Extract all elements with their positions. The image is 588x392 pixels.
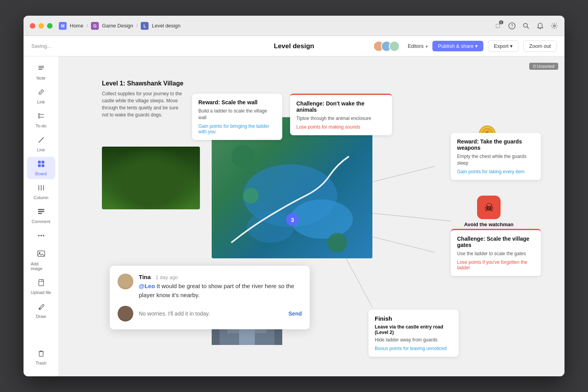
finish-card-body: Hide ladder away from guards (375, 337, 452, 343)
publish-share-button[interactable]: Publish & share ▾ (432, 41, 483, 51)
sidebar-item-comment[interactable]: Comment (27, 205, 55, 227)
comment-avatar (118, 274, 133, 289)
maximize-button[interactable] (47, 23, 53, 29)
challenge-card-2-body: Use the ladder to scale the gates (457, 250, 535, 257)
minimize-button[interactable] (38, 23, 44, 29)
sidebar-column-label: Column (34, 195, 49, 200)
sidebar-item-note[interactable]: Note (27, 61, 55, 83)
challenge-card-1-action: Lose points for making sounds (296, 124, 386, 130)
comment-time: 1 day ago (156, 274, 178, 280)
toolbar-right: Editors ▾ Publish & share ▾ Export ▾ Zoo… (373, 40, 557, 52)
finish-card-title: Finish (375, 315, 452, 322)
sidebar-item-column[interactable]: Column (27, 181, 55, 203)
reward-card-1-title: Reward: Scale the wall (198, 99, 276, 105)
saving-status: Saving... (31, 43, 51, 49)
editors-label[interactable]: Editors ▾ (408, 43, 428, 49)
comment-text: @Leo It would be great to show part of t… (139, 282, 302, 299)
challenge-card-1-title: Challenge: Don't wake the animals (296, 100, 386, 113)
svg-line-37 (345, 256, 372, 307)
sidebar-item-todo[interactable]: To-do (27, 109, 55, 131)
sidebar-board-label: Board (35, 171, 47, 176)
comment-mention: @Leo (139, 283, 155, 289)
svg-line-36 (372, 237, 435, 252)
unsorted-badge: 0 Unsorted (529, 63, 558, 70)
svg-rect-29 (39, 279, 44, 286)
search-icon[interactable] (522, 22, 530, 30)
device-icon[interactable]: □ 0 (494, 22, 502, 30)
svg-rect-15 (42, 161, 44, 163)
breadcrumb-home[interactable]: Home (70, 23, 83, 29)
svg-point-42 (327, 233, 347, 252)
comment-header: Tina 1 day ago @Leo It would be great to… (118, 274, 302, 299)
svg-point-41 (231, 145, 255, 168)
sidebar-item-more[interactable] (27, 229, 55, 245)
sidebar-draw-label: Draw (36, 314, 46, 319)
close-button[interactable] (30, 23, 35, 29)
svg-point-5 (554, 25, 555, 27)
finish-card-action: Bonus points for leaving unnoticed (375, 346, 452, 351)
breadcrumb: M Home / G Game Design / L Level design (59, 22, 180, 30)
sidebar-note-label: Note (36, 76, 45, 80)
reply-avatar (118, 306, 133, 321)
reward-card-1[interactable]: Reward: Scale the wall Build a ladder to… (192, 94, 282, 140)
svg-line-34 (372, 166, 435, 182)
svg-rect-10 (38, 116, 40, 118)
sidebar-item-trash[interactable]: Trash (27, 346, 55, 368)
breadcrumb-game-icon: G (91, 22, 99, 30)
svg-line-3 (527, 27, 529, 29)
level-intro-card: Level 1: Shawshank Village Collect suppl… (102, 80, 184, 118)
svg-point-24 (38, 235, 40, 236)
breadcrumb-level-icon: L (141, 22, 149, 30)
level-title: Level 1: Shawshank Village (102, 80, 184, 87)
export-button[interactable]: Export ▾ (488, 40, 519, 52)
comment-reply[interactable]: Send (118, 306, 302, 321)
sidebar-item-line[interactable]: Line (27, 133, 55, 155)
forest-image (102, 147, 200, 209)
comment-meta: Tina 1 day ago @Leo It would be great to… (139, 274, 302, 299)
titlebar-actions: □ 0 ? (494, 22, 558, 30)
challenge-card-2[interactable]: Challenge: Scale the village gates Use t… (451, 229, 541, 276)
bell-icon[interactable] (536, 22, 544, 30)
svg-rect-17 (42, 164, 44, 167)
zoom-out-button[interactable]: Zoom out (523, 40, 557, 52)
page-title: Level design (274, 42, 314, 50)
finish-card[interactable]: Finish Leave via the castle entry road (… (368, 310, 459, 357)
watchman-title: Avoid the watchman (464, 221, 514, 227)
breadcrumb-game[interactable]: Game Design (102, 23, 133, 29)
sidebar-addimage-label: Add image (31, 261, 51, 271)
challenge-card-1[interactable]: Challenge: Don't wake the animals Tiptoe… (290, 94, 392, 135)
settings-icon[interactable] (550, 22, 558, 30)
send-button[interactable]: Send (289, 310, 302, 317)
svg-rect-23 (38, 213, 42, 214)
num-badge: 3 (286, 213, 299, 226)
svg-point-25 (40, 235, 42, 236)
svg-rect-16 (38, 164, 41, 167)
svg-line-35 (372, 213, 451, 221)
help-icon[interactable]: ? (508, 22, 516, 30)
commenter-name: Tina (139, 274, 151, 280)
svg-rect-9 (38, 114, 40, 115)
svg-rect-14 (38, 161, 41, 163)
sidebar-todo-label: To-do (36, 123, 47, 128)
toolbar: Saving... Level design Editors ▾ Publish… (24, 36, 564, 56)
svg-text:?: ? (511, 24, 513, 28)
avatar (389, 41, 400, 52)
sidebar-trash-label: Trash (36, 361, 47, 365)
svg-rect-7 (38, 67, 44, 68)
reward-card-2[interactable]: Reward: Take the guards weapons Empty th… (451, 133, 541, 180)
breadcrumb-home-icon: M (59, 22, 67, 30)
sidebar-item-link[interactable]: Link (27, 85, 55, 107)
sidebar-item-board[interactable]: Board (27, 157, 55, 179)
svg-point-43 (243, 188, 259, 203)
reply-input[interactable] (139, 310, 283, 317)
finish-card-subtitle: Leave via the castle entry road (Level 2… (375, 324, 452, 335)
sidebar-uploadfile-label: Upload file (31, 290, 51, 295)
reward-card-2-title: Reward: Take the guards weapons (457, 138, 535, 151)
sidebar-item-add-image[interactable]: Add image (27, 246, 55, 274)
sidebar-item-draw[interactable]: Draw (27, 299, 55, 322)
sidebar-link-label: Link (37, 100, 45, 104)
svg-point-26 (43, 235, 44, 236)
sidebar-item-upload-file[interactable]: Upload file (27, 276, 55, 298)
svg-rect-22 (38, 211, 44, 212)
breadcrumb-level[interactable]: Level design (152, 23, 180, 29)
